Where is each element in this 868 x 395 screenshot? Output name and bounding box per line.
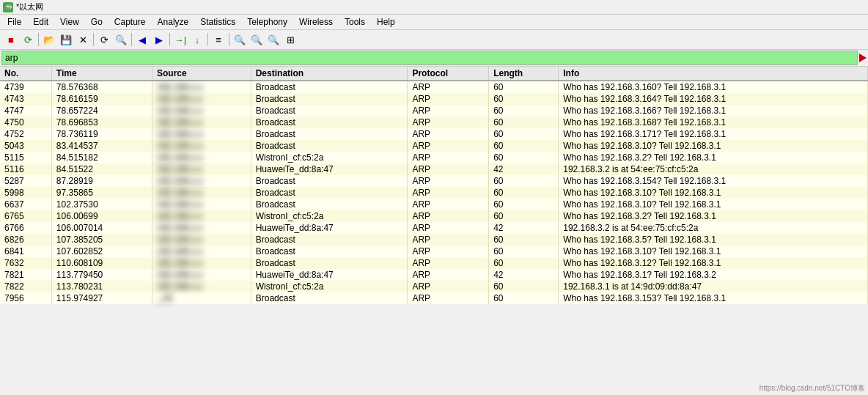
table-cell: ARP [408, 210, 489, 222]
close-file-button[interactable]: ✕ [75, 32, 91, 48]
save-button[interactable]: 💾 [58, 32, 74, 48]
table-cell: 60 [489, 257, 559, 269]
table-row[interactable]: 511684.51522192.168.x.xHuaweiTe_dd:8a:47… [0, 163, 868, 175]
table-cell: 60 [489, 210, 559, 222]
table-cell: Broadcast [251, 128, 408, 140]
menu-go[interactable]: Go [85, 15, 108, 29]
table-cell: 87.28919 [51, 175, 152, 187]
forward-button[interactable]: ▶ [151, 32, 167, 48]
table-row[interactable]: 475078.696853192.168.x.xBroadcastARP60Wh… [0, 117, 868, 128]
table-row[interactable]: 7822113.780231192.168.x.xWistronI_cf:c5:… [0, 281, 868, 292]
table-cell: 60 [489, 199, 559, 210]
table-cell: 5115 [0, 152, 51, 163]
zoom-out-button[interactable]: 🔍 [249, 32, 265, 48]
table-cell: ARP [408, 246, 489, 257]
menu-edit[interactable]: Edit [27, 15, 54, 29]
table-cell: 60 [489, 234, 559, 246]
table-cell: 60 [489, 140, 559, 152]
table-cell: ARP [408, 140, 489, 152]
table-cell: Who has 192.168.3.10? Tell 192.168.3.1 [559, 246, 868, 257]
stop-capture-button[interactable]: ■ [3, 32, 19, 48]
table-cell: ARP [408, 269, 489, 281]
search-button[interactable]: 🔍 [113, 32, 129, 48]
table-row[interactable]: 7956115.974927_JGBroadcastARP60Who has 1… [0, 292, 868, 304]
menu-telephony[interactable]: Telephony [241, 15, 293, 29]
restart-capture-button[interactable]: ⟳ [20, 32, 36, 48]
menu-help[interactable]: Help [371, 15, 401, 29]
table-row[interactable]: 6766106.007014192.168.x.xHuaweiTe_dd:8a:… [0, 222, 868, 234]
table-row[interactable]: 599897.35865192.168.x.xBroadcastARP60Who… [0, 187, 868, 199]
table-cell: Broadcast [251, 175, 408, 187]
toolbar-separator-4 [169, 33, 170, 46]
menu-analyze[interactable]: Analyze [152, 15, 195, 29]
scroll-end-button[interactable]: ↓ [189, 32, 205, 48]
table-cell: 192.168.x.x [152, 269, 251, 281]
go-to-packet-button[interactable]: →| [172, 32, 188, 48]
menu-tools[interactable]: Tools [339, 15, 371, 29]
menu-bar: File Edit View Go Capture Analyze Statis… [0, 15, 868, 30]
main-content: No. Time Source Destination Protocol Len… [0, 67, 868, 395]
table-cell: Who has 192.168.3.5? Tell 192.168.3.1 [559, 234, 868, 246]
toolbar-separator-5 [207, 33, 208, 46]
filter-input-wrap [1, 51, 858, 65]
filter-bar [0, 50, 868, 67]
zoom-in-button[interactable]: 🔍 [232, 32, 248, 48]
table-cell: Broadcast [251, 246, 408, 257]
table-row[interactable]: 504383.414537192.168.x.xBroadcastARP60Wh… [0, 140, 868, 152]
table-cell: 192.168.x.x [152, 140, 251, 152]
table-row[interactable]: 7821113.779450192.168.x.xHuaweiTe_dd:8a:… [0, 269, 868, 281]
table-cell: 42 [489, 269, 559, 281]
table-cell: 78.736119 [51, 128, 152, 140]
col-header-length: Length [489, 67, 559, 81]
table-cell: ARP [408, 117, 489, 128]
filter-input[interactable] [2, 53, 857, 63]
table-row[interactable]: 7632110.608109192.168.x.xBroadcastARP60W… [0, 257, 868, 269]
table-row[interactable]: 6765106.00699192.168.x.xWistronI_cf:c5:2… [0, 210, 868, 222]
table-cell: 192.168.3.2 is at 54:ee:75:cf:c5:2a [559, 163, 868, 175]
menu-wireless[interactable]: Wireless [293, 15, 339, 29]
back-button[interactable]: ◀ [134, 32, 150, 48]
table-cell: 60 [489, 152, 559, 163]
table-cell: ARP [408, 234, 489, 246]
col-header-no: No. [0, 67, 51, 81]
zoom-reset-button[interactable]: 🔍 [265, 32, 282, 48]
window-title: *以太网 [16, 1, 43, 12]
table-row[interactable]: 528787.28919192.168.x.xBroadcastARP60Who… [0, 175, 868, 187]
table-cell: Who has 192.168.3.166? Tell 192.168.3.1 [559, 105, 868, 117]
table-row[interactable]: 6826107.385205192.168.x.xBroadcastARP60W… [0, 234, 868, 246]
table-cell: 42 [489, 222, 559, 234]
open-file-button[interactable]: 📂 [41, 32, 57, 48]
table-cell: 115.974927 [51, 292, 152, 304]
table-cell: 60 [489, 292, 559, 304]
table-row[interactable]: 511584.515182192.168.x.xWistronI_cf:c5:2… [0, 152, 868, 163]
table-cell: Who has 192.168.3.168? Tell 192.168.3.1 [559, 117, 868, 128]
menu-file[interactable]: File [1, 15, 27, 29]
table-cell: 4747 [0, 105, 51, 117]
table-cell: 78.616159 [51, 93, 152, 105]
table-cell: 192.168.x.x [152, 257, 251, 269]
menu-statistics[interactable]: Statistics [194, 15, 241, 29]
table-cell: ARP [408, 152, 489, 163]
table-cell: Who has 192.168.3.1? Tell 192.168.3.2 [559, 269, 868, 281]
table-cell: Who has 192.168.3.10? Tell 192.168.3.1 [559, 140, 868, 152]
table-cell: 5043 [0, 140, 51, 152]
table-row[interactable]: 473978.576368192.168.x.xBroadcastARP60Wh… [0, 81, 868, 93]
table-cell: ARP [408, 105, 489, 117]
resize-columns-button[interactable]: ⊞ [282, 32, 298, 48]
colorize-button[interactable]: ≡ [210, 32, 227, 48]
table-cell: 106.007014 [51, 222, 152, 234]
reload-button[interactable]: ⟳ [96, 32, 112, 48]
menu-capture[interactable]: Capture [108, 15, 152, 29]
table-cell: ARP [408, 81, 489, 93]
table-row[interactable]: 474378.616159192.168.x.xBroadcastARP60Wh… [0, 93, 868, 105]
table-row[interactable]: 6841107.602852192.168.x.xBroadcastARP60W… [0, 246, 868, 257]
menu-view[interactable]: View [54, 15, 85, 29]
table-row[interactable]: 475278.736119192.168.x.xBroadcastARP60Wh… [0, 128, 868, 140]
table-row[interactable]: 474778.657224192.168.x.xBroadcastARP60Wh… [0, 105, 868, 117]
packet-table: No. Time Source Destination Protocol Len… [0, 67, 868, 304]
table-cell: Broadcast [251, 187, 408, 199]
packet-table-wrap[interactable]: No. Time Source Destination Protocol Len… [0, 67, 868, 395]
table-row[interactable]: 6637102.37530192.168.x.xBroadcastARP60Wh… [0, 199, 868, 210]
table-cell: 192.168.x.x [152, 222, 251, 234]
watermark: https://blog.csdn.net/51CTO博客 [760, 383, 865, 394]
